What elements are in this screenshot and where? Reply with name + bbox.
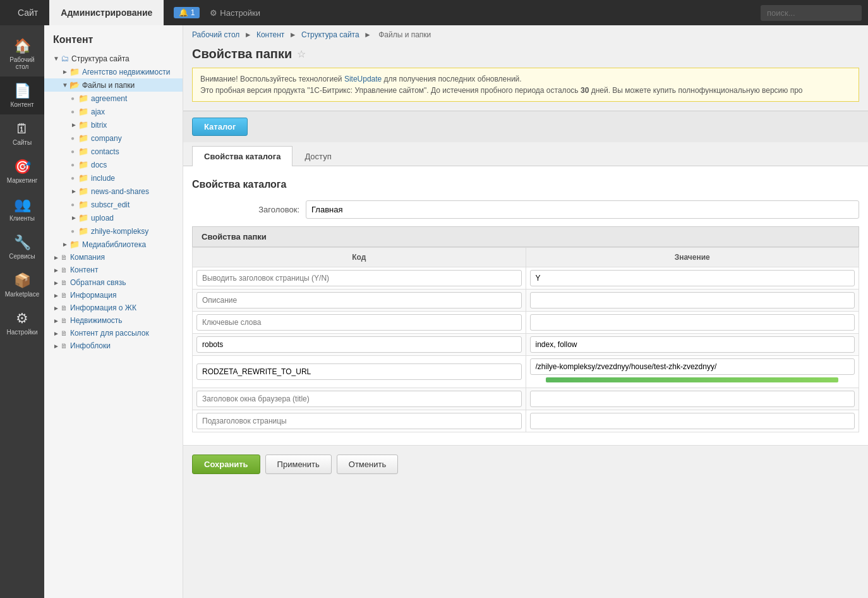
tree-item-media[interactable]: ► 📁 Медиабиблиотека: [44, 238, 183, 251]
tree-label-ajax: ajax: [91, 107, 105, 116]
title-input[interactable]: [306, 200, 859, 219]
tab-properties[interactable]: Свойства каталога: [192, 146, 292, 166]
folder-icon-ajax: 📁: [78, 107, 88, 116]
value-input-4[interactable]: [530, 336, 855, 353]
main-layout: 🏠 Рабочий стол 📄 Контент 🗓 Сайты 🎯 Марке…: [0, 25, 868, 598]
sidebar-label-marketing: Маркетинг: [7, 177, 38, 184]
tree-label-news: news-and-shares: [91, 187, 149, 196]
folder-icon-agency: 📁: [69, 67, 80, 76]
folder-icon-zhilye: 📁: [78, 226, 88, 236]
folder-icon-include: 📁: [78, 173, 88, 183]
tree-item-realty[interactable]: ► 🗎 Недвижимость: [44, 314, 183, 327]
sidebar-item-marketing[interactable]: 🎯 Маркетинг: [0, 152, 44, 190]
tree-label-bitrix: bitrix: [91, 121, 107, 130]
progress-bar: [546, 377, 838, 382]
tree-item-info-zhk[interactable]: ► 🗎 Информация о ЖК: [44, 302, 183, 314]
tree-item-feedback[interactable]: ► 🗎 Обратная связь: [44, 276, 183, 289]
arrow-news: ►: [71, 188, 78, 195]
breadcrumb-desktop[interactable]: Рабочий стол: [192, 30, 239, 39]
sidebar-item-settings[interactable]: ⚙ Настройки: [0, 304, 44, 342]
tree-item-include[interactable]: ● 📁 include: [44, 171, 183, 185]
code-input-4[interactable]: [196, 336, 522, 353]
tab-admin[interactable]: Администрирование: [49, 0, 164, 25]
code-input-2[interactable]: [196, 292, 522, 308]
table-row: [193, 356, 859, 388]
sidebar: 🏠 Рабочий стол 📄 Контент 🗓 Сайты 🎯 Марке…: [0, 25, 44, 598]
sidebar-item-sites[interactable]: 🗓 Сайты: [0, 114, 44, 152]
props-table: Код Значение: [192, 247, 859, 432]
catalog-button[interactable]: Каталог: [192, 118, 248, 136]
tree-item-bitrix[interactable]: ► 📁 bitrix: [44, 118, 183, 131]
warning-days: 30: [581, 86, 589, 95]
apply-button[interactable]: Применить: [265, 455, 332, 474]
save-button[interactable]: Сохранить: [192, 455, 260, 474]
value-input-2[interactable]: [530, 292, 855, 308]
tree-item-ajax[interactable]: ● 📁 ajax: [44, 105, 183, 118]
tree-item-zhilye[interactable]: ● 📁 zhilye-kompleksy: [44, 224, 183, 238]
tree-label-infoblocks: Инфоблоки: [70, 341, 111, 350]
value-input-5[interactable]: [530, 358, 855, 375]
sidebar-label-clients: Клиенты: [9, 215, 35, 222]
table-row: [193, 334, 859, 356]
home-icon: 🏠: [14, 38, 31, 54]
tab-access[interactable]: Доступ: [292, 146, 343, 166]
value-input-3[interactable]: [530, 314, 855, 331]
breadcrumb-structure[interactable]: Структура сайта: [301, 30, 359, 39]
sidebar-label-sites: Сайты: [13, 139, 32, 146]
value-input-7[interactable]: [530, 413, 855, 429]
breadcrumb-content[interactable]: Контент: [256, 30, 284, 39]
code-input-1[interactable]: [196, 270, 522, 286]
warning-link[interactable]: SiteUpdate: [344, 75, 382, 83]
tabs: Свойства каталога Доступ: [183, 146, 868, 166]
table-row: [193, 290, 859, 312]
tree-item-docs[interactable]: ● 📁 docs: [44, 158, 183, 171]
sidebar-item-services[interactable]: 🔧 Сервисы: [0, 228, 44, 266]
arrow-info-zhk: ►: [53, 305, 61, 312]
code-input-7[interactable]: [196, 413, 522, 429]
settings-button[interactable]: ⚙ Настройки: [210, 8, 260, 18]
arrow-agency: ►: [62, 68, 69, 75]
folder-icon-docs: 📁: [78, 160, 88, 169]
arrow-mailing: ►: [53, 330, 61, 337]
tree-item-news[interactable]: ► 📁 news-and-shares: [44, 185, 183, 198]
tree-label-agreement: agreement: [91, 94, 127, 103]
content-icon: 📄: [14, 83, 31, 99]
tree-item-files[interactable]: ▼ 📂 Файлы и папки: [44, 78, 183, 92]
tree-item-info[interactable]: ► 🗎 Информация: [44, 289, 183, 302]
sidebar-item-desktop[interactable]: 🏠 Рабочий стол: [0, 32, 44, 76]
sidebar-item-marketplace[interactable]: 📦 Marketplace: [0, 266, 44, 304]
tree-item-upload[interactable]: ► 📁 upload: [44, 211, 183, 224]
star-icon[interactable]: ☆: [297, 48, 306, 60]
catalog-bar: Каталог: [183, 111, 868, 142]
arrow-realty: ►: [53, 317, 61, 324]
cancel-button[interactable]: Отменить: [337, 455, 398, 474]
tree-item-company[interactable]: ● 📁 company: [44, 131, 183, 145]
search-input[interactable]: [761, 5, 862, 21]
sidebar-item-content[interactable]: 📄 Контент: [0, 76, 44, 114]
arrow-media: ►: [62, 241, 69, 248]
tree-item-agreement[interactable]: ● 📁 agreement: [44, 92, 183, 105]
tab-site[interactable]: Сайт: [6, 0, 49, 25]
tree-item-subscr[interactable]: ● 📁 subscr_edit: [44, 198, 183, 211]
tree-item-infoblocks[interactable]: ► 🗎 Инфоблоки: [44, 339, 183, 352]
tree-label-content-top: Контент: [70, 265, 98, 274]
tree-item-contacts[interactable]: ● 📁 contacts: [44, 145, 183, 158]
form-section-title: Свойства каталога: [192, 179, 859, 190]
tree-item-content-top[interactable]: ► 🗎 Контент: [44, 264, 183, 276]
code-input-3[interactable]: [196, 314, 522, 331]
value-input-1[interactable]: [530, 270, 855, 286]
sidebar-item-clients[interactable]: 👥 Клиенты: [0, 190, 44, 228]
code-input-6[interactable]: [196, 391, 522, 407]
tree-item-structure[interactable]: ▼ 🗂 Структура сайта: [44, 52, 183, 65]
tree-label-include: include: [91, 174, 115, 183]
folder-icon-company: 📁: [78, 133, 88, 143]
arrow-company-top: ►: [53, 254, 61, 261]
tree-item-mailing[interactable]: ► 🗎 Контент для рассылок: [44, 327, 183, 339]
tree-item-agency[interactable]: ► 📁 Агентство недвижимости: [44, 65, 183, 78]
dot-zhilye: ●: [71, 228, 78, 235]
value-input-6[interactable]: [530, 391, 855, 407]
tree-label-info: Информация: [70, 291, 116, 300]
notification-badge[interactable]: 🔔 1: [174, 7, 200, 18]
code-input-5[interactable]: [196, 363, 522, 380]
tree-item-company-top[interactable]: ► 🗎 Компания: [44, 251, 183, 264]
